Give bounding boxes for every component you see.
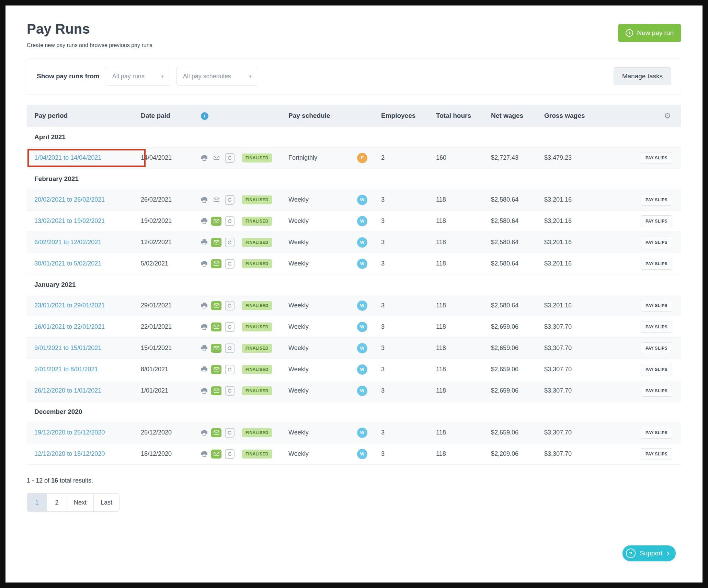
email-icon[interactable] bbox=[211, 323, 221, 331]
print-icon[interactable] bbox=[201, 451, 208, 457]
pay-period-link[interactable]: 23/01/2021 to 29/01/2021 bbox=[34, 302, 105, 309]
gross-wages: $3,479.23 bbox=[537, 154, 602, 161]
print-icon[interactable] bbox=[201, 260, 208, 267]
refresh-icon[interactable] bbox=[225, 343, 235, 353]
pay-period-link[interactable]: 12/12/2020 to 18/12/2020 bbox=[34, 450, 105, 457]
pay-slips-button[interactable]: PAY SLIPS bbox=[641, 321, 672, 333]
date-paid: 15/01/2021 bbox=[133, 344, 193, 352]
email-icon[interactable] bbox=[211, 386, 221, 395]
refresh-icon[interactable] bbox=[225, 153, 235, 163]
filter-bar: Show pay runs from All pay runs ▾ All pa… bbox=[27, 58, 681, 94]
refresh-icon[interactable] bbox=[225, 428, 235, 438]
pay-slips-button[interactable]: PAY SLIPS bbox=[641, 364, 672, 375]
schedule-badge-cell: W bbox=[350, 428, 374, 438]
refresh-icon[interactable] bbox=[225, 449, 235, 459]
print-icon[interactable] bbox=[201, 218, 208, 224]
total-hours: 118 bbox=[429, 302, 483, 309]
new-pay-run-button[interactable]: + New pay run bbox=[618, 24, 681, 42]
net-wages: $2,659.06 bbox=[483, 366, 537, 373]
pay-slips-button[interactable]: PAY SLIPS bbox=[641, 385, 672, 397]
email-icon[interactable] bbox=[211, 365, 221, 374]
status-badge: FINALISED bbox=[242, 238, 272, 247]
info-icon[interactable]: i bbox=[201, 112, 208, 120]
print-icon[interactable] bbox=[201, 366, 208, 373]
status-cell: FINALISED bbox=[235, 386, 281, 395]
print-icon[interactable] bbox=[201, 345, 208, 351]
page-title: Pay Runs bbox=[27, 21, 152, 37]
pay-period-link[interactable]: 13/02/2021 to 19/02/2021 bbox=[34, 217, 105, 224]
pay-schedule: Weekly bbox=[281, 239, 350, 246]
payslips-cell: PAY SLIPS bbox=[602, 321, 681, 333]
employees-count: 3 bbox=[374, 366, 429, 373]
pay-period-link[interactable]: 30/01/2021 to 5/02/2021 bbox=[34, 260, 101, 267]
email-icon[interactable] bbox=[211, 154, 221, 162]
print-icon[interactable] bbox=[201, 387, 208, 394]
pay-slips-button[interactable]: PAY SLIPS bbox=[641, 342, 672, 354]
email-icon[interactable] bbox=[211, 344, 221, 353]
pay-slips-button[interactable]: PAY SLIPS bbox=[641, 194, 672, 206]
date-paid: 18/12/2020 bbox=[133, 450, 193, 457]
manage-tasks-button[interactable]: Manage tasks bbox=[614, 67, 671, 85]
pay-slips-button[interactable]: PAY SLIPS bbox=[641, 152, 672, 164]
email-icon[interactable] bbox=[211, 195, 221, 204]
pay-period-link[interactable]: 19/12/2020 to 25/12/2020 bbox=[34, 429, 105, 436]
pay-period-link[interactable]: 2/01/2021 to 8/01/2021 bbox=[34, 366, 98, 373]
refresh-icon[interactable] bbox=[225, 259, 235, 269]
employees-count: 3 bbox=[374, 239, 429, 246]
pay-slips-button[interactable]: PAY SLIPS bbox=[641, 258, 672, 270]
print-icon[interactable] bbox=[201, 429, 208, 436]
email-icon[interactable] bbox=[211, 301, 221, 310]
refresh-icon[interactable] bbox=[225, 365, 235, 374]
email-icon[interactable] bbox=[211, 217, 221, 226]
refresh-icon[interactable] bbox=[225, 301, 235, 310]
date-paid: 26/02/2021 bbox=[133, 196, 193, 203]
pay-period-link[interactable]: 20/02/2021 to 26/02/2021 bbox=[34, 196, 105, 203]
pay-period-cell: 19/12/2020 to 25/12/2020 bbox=[27, 429, 133, 436]
email-icon[interactable] bbox=[211, 238, 221, 247]
pay-period-link[interactable]: 6/02/2021 to 12/02/2021 bbox=[34, 239, 101, 246]
support-button[interactable]: ? Support › bbox=[623, 545, 676, 561]
print-icon[interactable] bbox=[201, 196, 208, 203]
net-wages: $2,659.06 bbox=[483, 387, 537, 394]
refresh-icon[interactable] bbox=[225, 322, 235, 332]
print-icon[interactable] bbox=[201, 155, 208, 161]
pagination-button-last[interactable]: Last bbox=[94, 494, 119, 511]
pagination-button-1[interactable]: 1 bbox=[27, 494, 47, 511]
pay-period-link[interactable]: 9/01/2021 to 15/01/2021 bbox=[34, 344, 101, 351]
pay-schedule: Weekly bbox=[281, 217, 350, 225]
gear-icon[interactable]: ⚙ bbox=[664, 111, 671, 120]
refresh-icon[interactable] bbox=[225, 195, 235, 205]
pay-slips-button[interactable]: PAY SLIPS bbox=[641, 427, 672, 439]
pay-period-link[interactable]: 1/04/2021 to 14/04/2021 bbox=[34, 154, 101, 161]
print-icon[interactable] bbox=[201, 324, 208, 330]
employees-count: 3 bbox=[374, 450, 429, 457]
print-icon[interactable] bbox=[201, 239, 208, 246]
print-icon[interactable] bbox=[201, 302, 208, 309]
pagination-button-next[interactable]: Next bbox=[67, 494, 94, 511]
refresh-icon[interactable] bbox=[225, 386, 235, 396]
pagination-button-2[interactable]: 2 bbox=[47, 494, 67, 511]
pay-schedules-select[interactable]: All pay schedules ▾ bbox=[176, 67, 258, 86]
schedule-badge: W bbox=[357, 364, 367, 375]
pay-runs-select[interactable]: All pay runs ▾ bbox=[106, 67, 170, 86]
pay-schedules-select-value: All pay schedules bbox=[183, 73, 231, 80]
refresh-icon[interactable] bbox=[225, 238, 235, 247]
payslips-cell: PAY SLIPS bbox=[602, 258, 681, 270]
table-row: 6/02/2021 to 12/02/2021 12/02/2021 FINAL… bbox=[27, 232, 681, 253]
month-header: February 2021 bbox=[27, 169, 681, 189]
pay-slips-button[interactable]: PAY SLIPS bbox=[641, 448, 672, 460]
status-badge: FINALISED bbox=[242, 195, 272, 204]
pay-period-link[interactable]: 26/12/2020 to 1/01/2021 bbox=[34, 387, 101, 394]
email-icon[interactable] bbox=[211, 428, 221, 437]
date-paid: 1/01/2021 bbox=[133, 387, 193, 394]
pay-period-link[interactable]: 16/01/2021 to 22/01/2021 bbox=[34, 323, 105, 330]
row-icons bbox=[193, 153, 235, 163]
email-icon[interactable] bbox=[211, 450, 221, 459]
employees-count: 3 bbox=[374, 429, 429, 436]
pay-slips-button[interactable]: PAY SLIPS bbox=[641, 300, 672, 312]
pay-slips-button[interactable]: PAY SLIPS bbox=[641, 237, 672, 248]
net-wages: $2,580.64 bbox=[483, 260, 537, 267]
refresh-icon[interactable] bbox=[225, 216, 235, 226]
pay-slips-button[interactable]: PAY SLIPS bbox=[641, 215, 672, 227]
email-icon[interactable] bbox=[211, 259, 221, 268]
